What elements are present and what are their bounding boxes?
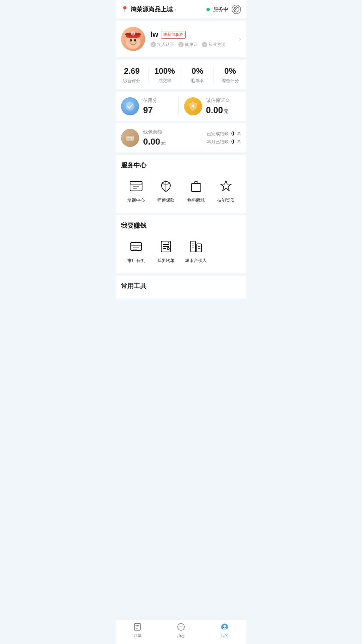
svg-rect-25	[131, 243, 141, 251]
status-label: 服务中	[213, 6, 228, 13]
bottom-nav: 订单 消息 我的	[116, 619, 246, 644]
monthly-unit: 单	[237, 139, 241, 145]
wallet-monthly: 本月已结账 0 单	[207, 139, 241, 145]
svg-rect-26	[131, 243, 141, 245]
credit-guarantee-row: 信用分 97 ¥ 诚信保证金 0.00元	[116, 92, 246, 121]
stat-deal-rate: 100% 成交率	[148, 66, 181, 84]
check-icon: ✓	[202, 42, 207, 47]
order-icon	[133, 622, 142, 632]
completed-label: 已完成结账	[207, 131, 229, 137]
completed-unit: 单	[237, 131, 241, 137]
shop-icon	[188, 178, 204, 195]
svg-point-33	[167, 248, 169, 250]
verification-real: ✓ 实人认证	[150, 42, 174, 48]
partner-label: 城市合伙人	[185, 258, 207, 264]
nav-message-label: 消息	[177, 633, 185, 639]
svg-point-7	[134, 39, 136, 42]
nav-mine[interactable]: 我的	[203, 622, 246, 639]
stat-label-overall: 综合评分	[116, 78, 148, 84]
earn-money-grid: 推广有奖 我要转单	[121, 235, 241, 268]
message-icon	[176, 622, 186, 632]
earn-money-title: 我要赚钱	[121, 221, 241, 230]
training-center-label: 培训中心	[127, 197, 145, 203]
insurance-item[interactable]: 师傅保险	[151, 175, 181, 207]
transfer-icon	[158, 238, 174, 255]
nav-order[interactable]: 订单	[116, 622, 159, 639]
promote-item[interactable]: 推广有奖	[121, 235, 151, 268]
location-icon: 📍	[121, 6, 128, 13]
wallet-completed: 已完成结账 0 单	[207, 131, 241, 137]
verification-work-label: 从业资源	[208, 42, 226, 48]
wallet-label: 钱包余额	[143, 129, 203, 135]
svg-point-9	[135, 40, 136, 40]
svg-point-13	[126, 102, 134, 111]
avatar[interactable]: 品	[121, 27, 145, 51]
verification-health-label: 健康证	[185, 42, 198, 48]
shop-item[interactable]: 物料商城	[181, 175, 211, 207]
wallet-value: 0.00元	[143, 137, 203, 147]
partner-icon	[188, 238, 204, 255]
check-icon: ✓	[150, 42, 156, 47]
settings-button[interactable]	[232, 5, 241, 14]
stat-value-composite: 0%	[214, 66, 246, 76]
store-name[interactable]: 鸿荣源尚品上城	[130, 5, 173, 13]
nav-message[interactable]: 消息	[159, 622, 203, 639]
stat-overall-score: 2.69 综合评分	[116, 66, 148, 84]
common-tools-title: 常用工具	[121, 282, 241, 290]
verification-real-label: 实人认证	[157, 42, 174, 48]
skill-icon	[218, 178, 234, 195]
credit-value: 97	[143, 105, 157, 115]
insurance-label: 师傅保险	[157, 197, 175, 203]
header: 📍 鸿荣源尚品上城 › 服务中	[116, 0, 246, 18]
completed-value: 0	[231, 131, 234, 137]
credit-icon	[121, 97, 139, 115]
training-center-item[interactable]: 培训中心	[121, 175, 151, 207]
profile-name-row: lw 未获得职称	[150, 30, 241, 39]
wallet-icon	[121, 129, 139, 147]
store-chevron-icon: ›	[175, 7, 176, 12]
stat-composite-score: 0% 综合评分	[214, 66, 246, 84]
transfer-item[interactable]: 我要转单	[151, 235, 181, 268]
svg-marker-24	[221, 181, 231, 191]
promote-icon	[128, 238, 144, 255]
svg-rect-19	[130, 181, 142, 184]
header-left[interactable]: 📍 鸿荣源尚品上城 ›	[121, 5, 176, 13]
guarantee-label: 诚信保证金	[206, 98, 230, 104]
svg-point-17	[132, 138, 132, 139]
check-icon: ✓	[178, 42, 184, 47]
service-center-grid: 培训中心 师傅保险 物料商城	[121, 175, 241, 207]
svg-point-49	[224, 625, 226, 628]
wallet-main: 钱包余额 0.00元	[143, 129, 203, 147]
profile-chevron-icon[interactable]: ›	[239, 36, 241, 43]
wallet-right: 已完成结账 0 单 本月已结账 0 单	[207, 131, 241, 145]
nav-order-label: 订单	[133, 633, 141, 639]
guarantee-value: 0.00元	[206, 105, 230, 115]
profile-badges: ✓ 实人认证 ✓ 健康证 ✓ 从业资源	[150, 42, 241, 48]
monthly-label: 本月已结账	[207, 139, 229, 145]
stat-label-deal: 成交率	[148, 78, 181, 84]
credit-section[interactable]: 信用分 97	[121, 97, 178, 115]
transfer-label: 我要转单	[157, 258, 175, 264]
stat-cancel-rate: 0% 退单率	[181, 66, 214, 84]
insurance-icon	[158, 178, 174, 195]
stat-value-cancel: 0%	[181, 66, 214, 76]
svg-text:品: 品	[132, 33, 134, 35]
guarantee-section[interactable]: ¥ 诚信保证金 0.00元	[178, 97, 241, 115]
credit-content: 信用分 97	[143, 98, 157, 115]
stats-card: 2.69 综合评分 100% 成交率 0% 退单率 0% 综合评分	[116, 60, 246, 89]
svg-rect-18	[130, 181, 142, 191]
svg-point-6	[130, 39, 132, 42]
skill-label: 技能资质	[217, 197, 235, 203]
svg-point-0	[236, 9, 237, 10]
training-center-icon	[128, 178, 144, 195]
common-tools-section: 常用工具	[116, 276, 246, 299]
guarantee-icon: ¥	[184, 97, 202, 115]
header-right: 服务中	[206, 5, 241, 14]
svg-text:¥: ¥	[192, 104, 194, 109]
profile-card: 品 lw 未获得职称 ✓ 实人认证 ✓ 健康证 ✓ 从业资源 ›	[116, 21, 246, 57]
wallet-row[interactable]: 钱包余额 0.00元 已完成结账 0 单 本月已结账 0 单	[116, 123, 246, 152]
stat-label-cancel: 退单率	[181, 78, 214, 84]
skill-item[interactable]: 技能资质	[211, 175, 241, 207]
partner-item[interactable]: 城市合伙人	[181, 235, 211, 268]
stat-value-deal: 100%	[148, 66, 181, 76]
